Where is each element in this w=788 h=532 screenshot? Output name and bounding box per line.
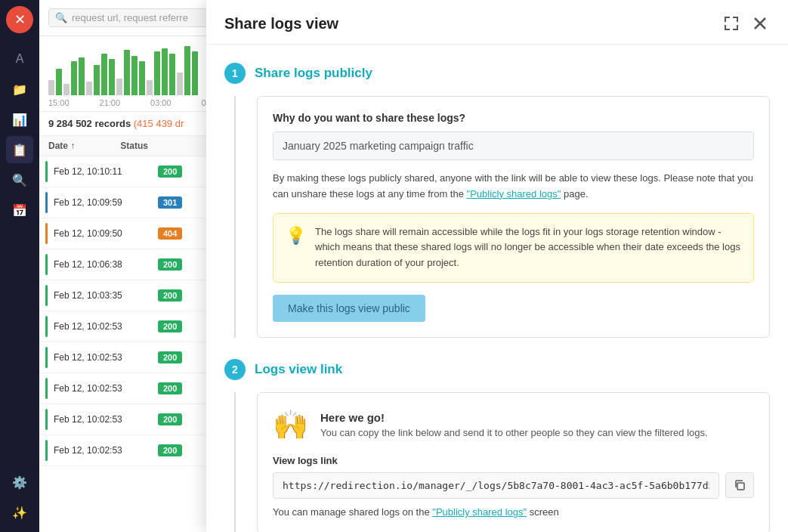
row-indicator [45,316,48,337]
step2-circle: 2 [224,359,246,380]
sidebar-icon-calendar[interactable]: 📅 [6,196,33,224]
expand-button[interactable] [722,14,741,33]
step1-header: 1 Share logs publicly [224,63,770,84]
svg-rect-2 [737,483,744,490]
share-link-input[interactable] [273,472,719,499]
chart-bar [162,48,168,95]
sidebar-icon-folder[interactable]: 📁 [6,76,33,103]
col-status: Status [120,141,148,151]
row-indicator [45,161,48,182]
step2-content: 🙌 Here we go! You can copy the link belo… [234,392,770,532]
celebrate-emoji: 🙌 [273,408,308,441]
status-badge: 200 [158,258,182,271]
celebrate-row: 🙌 Here we go! You can copy the link belo… [273,408,754,441]
chart-bar [94,65,100,95]
chart-bar [184,46,190,95]
sidebar-icon-spark[interactable]: ✨ [6,499,33,526]
chart-bar [56,69,62,95]
row-indicator [45,285,48,306]
chart-bar [147,80,153,95]
chart-bar [177,73,183,95]
col-date: Date ↑ [48,141,75,151]
modal-header-actions [722,14,770,33]
step1-description: By making these logs publicly shared, an… [273,171,754,203]
link-row [273,472,754,499]
bulb-icon: 💡 [286,226,306,246]
step1-circle: 1 [224,63,246,84]
row-date: Feb 12, 10:02:53 [54,414,152,425]
chart-bar [154,51,160,95]
step2-header: 2 Logs view link [224,359,770,380]
modal-header: Share logs view [206,0,788,45]
step1-card: Why do you want to share these logs? By … [257,96,770,338]
records-drop: (415 439 dr [134,118,184,129]
row-date: Feb 12, 10:02:53 [54,352,152,363]
sidebar-icon-chart[interactable]: 📊 [6,106,33,133]
close-button[interactable] [750,14,770,33]
chart-bar [192,51,198,95]
share-reason-input[interactable] [273,131,754,160]
chart-bar [79,57,85,95]
row-date: Feb 12, 10:09:59 [54,197,152,208]
sidebar: ✕ A 📁 📊 📋 🔍 📅 ⚙️ ✨ [0,0,39,532]
step2-section: 2 Logs view link 🙌 Here we go! You can c… [224,359,770,532]
chart-bar [86,82,92,95]
status-badge: 200 [158,413,182,425]
status-badge: 404 [158,227,182,240]
sidebar-icon-a[interactable]: A [6,45,33,73]
chart-bar [71,61,77,95]
publicly-shared-logs-link2[interactable]: "Publicly shared logs" [432,506,527,518]
chart-bar [63,84,70,95]
records-count: 9 284 502 records [48,118,131,129]
copy-link-button[interactable] [725,472,754,498]
chart-bar [116,79,122,95]
chart-bar [48,80,54,95]
chart-bar [124,50,130,95]
celebrate-title: Here we go! [320,411,708,424]
sidebar-logo: ✕ [6,6,33,33]
row-indicator [45,409,48,430]
row-date: Feb 12, 10:03:35 [54,290,152,301]
chart-bar [131,56,138,95]
chart-bar [109,59,115,95]
row-date: Feb 12, 10:06:38 [54,259,152,270]
search-placeholder: request url, request referre [72,12,188,23]
row-date: Feb 12, 10:09:50 [54,228,152,239]
modal-body: 1 Share logs publicly Why do you want to… [206,45,788,532]
publicly-shared-logs-link1[interactable]: "Publicly shared logs" [467,188,561,200]
row-indicator [45,440,48,461]
step1-title: Share logs publicly [255,66,372,81]
link-label: View logs link [273,455,754,466]
celebrate-text: Here we go! You can copy the link below … [320,411,708,438]
row-indicator [45,347,48,368]
step2-title: Logs view link [255,362,342,377]
sidebar-icon-search[interactable]: 🔍 [6,166,33,193]
row-date: Feb 12, 10:02:53 [54,383,152,394]
row-indicator [45,254,48,275]
step1-section: 1 Share logs publicly Why do you want to… [224,63,770,338]
info-box-text: The logs share will remain accessible wh… [315,224,741,271]
modal-title: Share logs view [224,15,338,32]
status-badge: 200 [158,289,182,302]
celebrate-desc: You can copy the link below and send it … [320,427,708,438]
step1-content: Why do you want to share these logs? By … [234,96,770,338]
status-badge: 200 [158,382,182,394]
row-date: Feb 12, 10:10:11 [54,166,152,177]
search-icon: 🔍 [55,12,67,23]
row-indicator [45,192,48,213]
share-logs-modal: Share logs view 1 Share logs publicly [206,0,788,532]
row-date: Feb 12, 10:02:53 [54,321,152,332]
chart-bar [101,54,107,95]
sidebar-icon-settings[interactable]: ⚙️ [6,469,33,496]
row-date: Feb 12, 10:02:53 [54,445,152,456]
make-public-button[interactable]: Make this logs view public [273,295,425,322]
chart-bar [169,54,175,95]
sidebar-icon-logs[interactable]: 📋 [6,136,33,163]
status-badge: 200 [158,351,182,363]
row-indicator [45,378,48,399]
status-badge: 301 [158,196,182,209]
step2-card: 🙌 Here we go! You can copy the link belo… [257,392,770,532]
step1-card-label: Why do you want to share these logs? [273,112,754,124]
chart-bar [139,61,145,95]
manage-text: You can manage shared logs on the "Publi… [273,506,754,518]
